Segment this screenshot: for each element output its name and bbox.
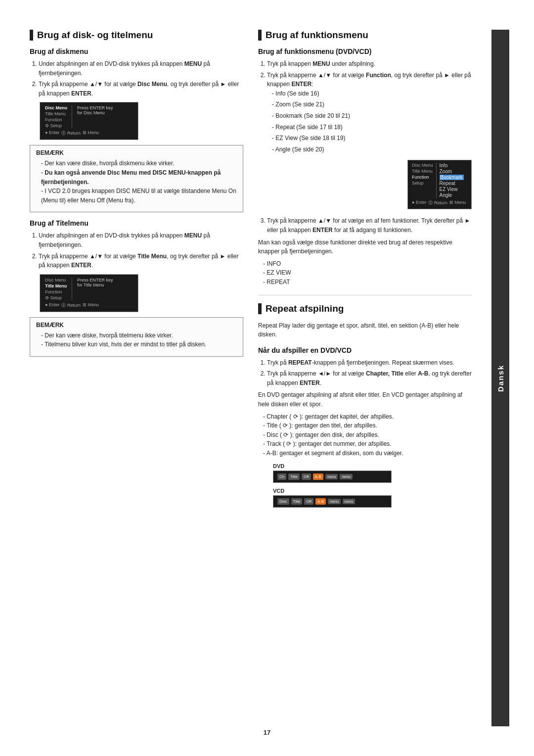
title-note-2: Titelmenu bliver kun vist, hvis der er m… [41, 340, 237, 349]
section-bar-repeat [258, 303, 262, 314]
repeat-section-title: Repeat afspilning [266, 303, 344, 314]
disc-menu-steps: Under afspilningen af en DVD-disk trykke… [30, 59, 243, 98]
repeat-items: Chapter ( ⟳ ): gentager det kapitel, der… [258, 412, 472, 458]
disc-screen-icons: ● Enter⓪ Return⊞ Menu [45, 130, 133, 137]
disc-note-title: BEMÆRK [36, 149, 237, 156]
function-step-3: Tryk på knapperne ▲/▼ for at vælge en af… [267, 216, 472, 235]
repeat-section: Repeat afspilning Repeat Play lader dig … [258, 303, 472, 508]
disc-menu-screen: Disc Menu Title Menu Function ⚙ Setup Pr… [40, 102, 138, 140]
title-menu-steps: Under afspilningen af en DVD-disk trykke… [30, 231, 243, 270]
dvd-btn-menu1: menu [325, 474, 338, 479]
function-step2-items: Info (Se side 16) Zoom (Se side 21) Book… [267, 89, 472, 154]
dvd-btn-ab: A-B [313, 473, 323, 480]
repeat-ab: A-B: gentager et segment af disken, som … [263, 449, 472, 458]
disc-menu-subtitle: Brug af diskmenu [30, 47, 243, 55]
repeat-extra: En DVD gentager afspilning af afsnit ell… [258, 390, 472, 409]
page-container: Brug af disk- og titelmenu Brug af diskm… [0, 0, 534, 756]
dvd-btn-menu2: menu [340, 474, 353, 479]
function-section-header: Brug af funktionsmenu [258, 30, 472, 41]
repeat-intro: Repeat Play lader dig gentage et spor, a… [258, 321, 472, 339]
title-step-2: Tryk på knapperne ▲/▼ for at vælge Title… [39, 252, 243, 270]
left-column: Brug af disk- og titelmenu Brug af diskm… [30, 30, 243, 726]
dvd-bar: Ch Title Off A-B menu menu [273, 471, 392, 483]
section-divider [258, 295, 472, 295]
repeat-title: Title ( ⟳ ): gentager den titel, der afs… [263, 421, 472, 430]
title-menu-section: Brug af Titelmenu Under afspilningen af … [30, 219, 243, 357]
disc-note-3: I VCD 2.0 bruges knappen DISC MENU til a… [41, 187, 237, 205]
disc-step-2: Tryk på knapperne ▲/▼ for at vælge Disc … [39, 80, 243, 98]
disc-note-2: Du kan også anvende Disc Menu med DISC M… [41, 168, 237, 187]
f-item-3: Bookmark (Se side 20 til 21) [272, 111, 472, 121]
dvd-bar-container: DVD Ch Title Off A-B menu menu [273, 463, 472, 483]
page-number: 17 [264, 729, 270, 736]
vcd-btn-title: Title [291, 498, 303, 505]
main-content: Brug af disk- og titelmenu Brug af diskm… [30, 30, 509, 726]
vcd-bar-label: VCD [273, 488, 472, 494]
title-step-1: Under afspilningen af en DVD-disk trykke… [39, 231, 243, 249]
section-bar-left [30, 30, 33, 41]
f-direct-1: INFO [263, 259, 472, 269]
title-menu-note: BEMÆRK Der kan være diske, hvorpå titelm… [30, 317, 243, 357]
right-column: Brug af funktionsmenu Brug af funktionsm… [258, 30, 472, 726]
function-step-2: Tryk på knapperne ▲/▼ for at vælge Funct… [267, 71, 472, 154]
f-item-1: Info (Se side 16) [272, 89, 472, 98]
function-step3: Tryk på knapperne ▲/▼ for at vælge en af… [258, 216, 472, 235]
function-step-1: Tryk på knappen MENU under afspilning. [267, 59, 472, 69]
function-extra: Man kan også vælge disse funktioner dire… [258, 238, 472, 256]
function-section-title: Brug af funktionsmenu [266, 30, 368, 41]
title-note-list: Der kan være diske, hvorpå titelmenu ikk… [36, 331, 237, 349]
vcd-btn-off: Off [304, 498, 313, 505]
repeat-disc: Disc ( ⟳ ): gentager den disk, der afspi… [263, 430, 472, 440]
function-menu-section: Brug af funktionsmenu Brug af funktionsm… [258, 30, 472, 287]
repeat-section-header: Repeat afspilning [258, 303, 472, 314]
disc-note-1: Der kan være diske, hvorpå diskmenu ikke… [41, 159, 237, 168]
title-menu-subtitle: Brug af Titelmenu [30, 219, 243, 227]
vcd-btn-menu1: menu [328, 499, 341, 504]
title-note-1: Der kan være diske, hvorpå titelmenu ikk… [41, 331, 237, 340]
title-menu-screen: Disc Menu Title Menu Function ⚙ Setup Pr… [40, 274, 138, 312]
function-direct-items: INFO EZ VIEW REPEAT [258, 259, 472, 287]
vcd-btn-disc: Disc [277, 498, 289, 505]
function-screen-left: Disc Menu Title Menu Function Setup [412, 163, 437, 198]
disc-menu-note: BEMÆRK Der kan være diske, hvorpå diskme… [30, 145, 243, 212]
vcd-bar-container: VCD Disc Title Off A-B menu menu [273, 488, 472, 508]
repeat-chapter: Chapter ( ⟳ ): gentager det kapitel, der… [263, 412, 472, 422]
section-bar-right [258, 30, 262, 41]
left-section-header: Brug af disk- og titelmenu [30, 30, 243, 41]
title-screen-icons: ● Enter⓪ Return⊞ Menu [45, 302, 133, 309]
function-menu-screen: Disc Menu Title Menu Function Setup Info… [407, 160, 472, 209]
function-screen-layout: Disc Menu Title Menu Function Setup Info… [412, 163, 467, 198]
vcd-btn-ab: A-B [315, 498, 326, 505]
dvd-btn-ch: Ch [277, 473, 286, 480]
function-screen-right: Info Zoom Bookmark Repeat EZ View Angle [437, 163, 464, 198]
function-dvd-subtitle: Brug af funktionsmenu (DVD/VCD) [258, 47, 472, 55]
repeat-step-1: Tryk på REPEAT-knappen på fjernbetjening… [267, 358, 472, 368]
repeat-step-2: Tryk på knapperne ◄/► for at vælge Chapt… [267, 369, 472, 387]
vcd-bar: Disc Title Off A-B menu menu [273, 495, 392, 508]
function-screen-icons: ● Enter⓪ Return⊞ Menu [412, 200, 467, 206]
left-section-title: Brug af disk- og titelmenu [37, 30, 153, 41]
repeat-track: Track ( ⟳ ): gentager det nummer, der af… [263, 439, 472, 449]
f-item-2: Zoom (Se side 21) [272, 100, 472, 109]
repeat-steps: Tryk på REPEAT-knappen på fjernbetjening… [258, 358, 472, 388]
f-direct-3: REPEAT [263, 278, 472, 287]
dvd-btn-title: Title [288, 473, 300, 480]
f-item-5: EZ View (Se side 18 til 19) [272, 134, 472, 143]
disc-note-list: Der kan være diske, hvorpå diskmenu ikke… [36, 159, 237, 205]
function-steps: Tryk på knappen MENU under afspilning. T… [258, 59, 472, 154]
dvd-bar-label: DVD [273, 463, 472, 469]
repeat-dvd-vcd-subtitle: Når du afspiller en DVD/VCD [258, 346, 472, 354]
disc-menu-section: Brug af diskmenu Under afspilningen af e… [30, 47, 243, 212]
vcd-btn-menu2: menu [343, 499, 356, 504]
dvd-btn-off: Off [302, 473, 311, 480]
lang-label: Dansk [496, 364, 505, 391]
f-direct-2: EZ VIEW [263, 268, 472, 278]
disc-step-1: Under afspilningen af en DVD-disk trykke… [39, 59, 243, 78]
f-item-6: Angle (Se side 20) [272, 145, 472, 154]
title-note-title: BEMÆRK [36, 322, 237, 329]
lang-sidebar: Dansk [491, 30, 509, 726]
f-item-4: Repeat (Se side 17 til 18) [272, 123, 472, 132]
